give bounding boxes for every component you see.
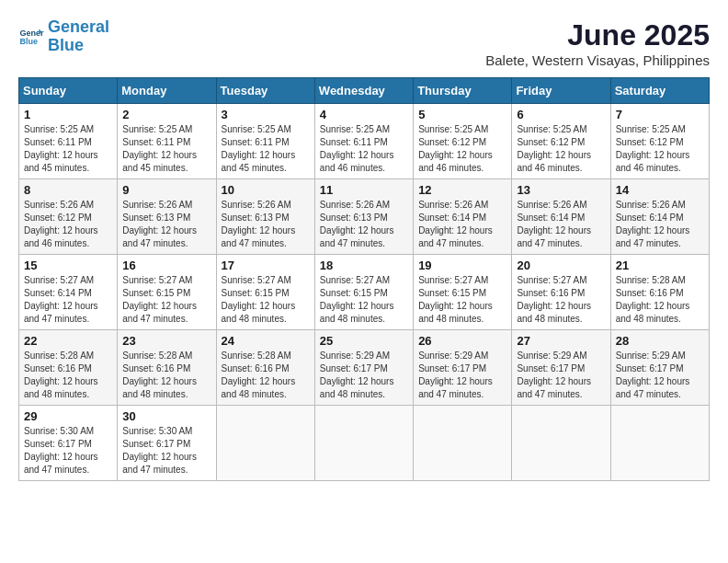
day-info: Sunrise: 5:25 AM Sunset: 6:11 PM Dayligh… xyxy=(122,123,210,175)
day-info: Sunrise: 5:26 AM Sunset: 6:12 PM Dayligh… xyxy=(24,199,112,250)
calendar-cell xyxy=(314,406,413,481)
calendar-cell: 7Sunrise: 5:25 AM Sunset: 6:12 PM Daylig… xyxy=(610,104,709,179)
calendar-cell: 11Sunrise: 5:26 AM Sunset: 6:13 PM Dayli… xyxy=(314,179,413,255)
calendar-cell: 4Sunrise: 5:25 AM Sunset: 6:11 PM Daylig… xyxy=(314,104,413,179)
calendar-cell: 2Sunrise: 5:25 AM Sunset: 6:11 PM Daylig… xyxy=(118,104,216,179)
calendar-week-row: 15Sunrise: 5:27 AM Sunset: 6:14 PM Dayli… xyxy=(19,255,710,330)
day-info: Sunrise: 5:28 AM Sunset: 6:16 PM Dayligh… xyxy=(122,350,210,401)
day-number: 12 xyxy=(418,183,506,197)
day-info: Sunrise: 5:29 AM Sunset: 6:17 PM Dayligh… xyxy=(320,350,408,401)
calendar-cell xyxy=(216,406,314,481)
day-info: Sunrise: 5:25 AM Sunset: 6:12 PM Dayligh… xyxy=(616,123,704,175)
day-info: Sunrise: 5:26 AM Sunset: 6:14 PM Dayligh… xyxy=(418,199,506,250)
day-info: Sunrise: 5:29 AM Sunset: 6:17 PM Dayligh… xyxy=(418,350,506,401)
calendar-header-saturday: Saturday xyxy=(610,78,709,104)
calendar-cell: 25Sunrise: 5:29 AM Sunset: 6:17 PM Dayli… xyxy=(314,330,413,406)
day-info: Sunrise: 5:25 AM Sunset: 6:11 PM Dayligh… xyxy=(320,123,408,175)
calendar-cell: 13Sunrise: 5:26 AM Sunset: 6:14 PM Dayli… xyxy=(512,179,610,255)
day-number: 7 xyxy=(616,108,704,121)
day-info: Sunrise: 5:27 AM Sunset: 6:15 PM Dayligh… xyxy=(222,274,310,326)
day-info: Sunrise: 5:28 AM Sunset: 6:16 PM Dayligh… xyxy=(616,274,704,326)
logo-text: GeneralBlue xyxy=(48,18,109,55)
calendar-table: SundayMondayTuesdayWednesdayThursdayFrid… xyxy=(18,77,710,481)
day-info: Sunrise: 5:25 AM Sunset: 6:12 PM Dayligh… xyxy=(517,123,605,175)
calendar-cell: 10Sunrise: 5:26 AM Sunset: 6:13 PM Dayli… xyxy=(216,179,314,255)
day-number: 29 xyxy=(24,409,112,423)
logo: General Blue GeneralBlue xyxy=(18,18,109,55)
day-number: 19 xyxy=(418,259,506,272)
day-number: 4 xyxy=(320,108,408,121)
calendar-cell: 26Sunrise: 5:29 AM Sunset: 6:17 PM Dayli… xyxy=(414,330,512,406)
day-info: Sunrise: 5:30 AM Sunset: 6:17 PM Dayligh… xyxy=(122,425,210,477)
day-number: 1 xyxy=(24,108,112,121)
calendar-header-tuesday: Tuesday xyxy=(216,78,314,104)
calendar-week-row: 22Sunrise: 5:28 AM Sunset: 6:16 PM Dayli… xyxy=(19,330,710,406)
day-info: Sunrise: 5:27 AM Sunset: 6:14 PM Dayligh… xyxy=(24,274,112,326)
calendar-cell: 23Sunrise: 5:28 AM Sunset: 6:16 PM Dayli… xyxy=(118,330,216,406)
calendar-cell: 19Sunrise: 5:27 AM Sunset: 6:15 PM Dayli… xyxy=(414,255,512,330)
calendar-cell: 15Sunrise: 5:27 AM Sunset: 6:14 PM Dayli… xyxy=(19,255,118,330)
day-number: 27 xyxy=(517,334,605,348)
day-info: Sunrise: 5:28 AM Sunset: 6:16 PM Dayligh… xyxy=(24,350,112,401)
calendar-cell xyxy=(610,406,709,481)
calendar-cell: 20Sunrise: 5:27 AM Sunset: 6:16 PM Dayli… xyxy=(512,255,610,330)
day-number: 22 xyxy=(24,334,112,348)
day-number: 20 xyxy=(517,259,605,272)
day-number: 8 xyxy=(24,183,112,197)
day-number: 13 xyxy=(517,183,605,197)
calendar-header-friday: Friday xyxy=(512,78,610,104)
calendar-cell: 29Sunrise: 5:30 AM Sunset: 6:17 PM Dayli… xyxy=(19,406,118,481)
logo-icon: General Blue xyxy=(18,24,44,50)
title-block: June 2025 Balete, Western Visayas, Phili… xyxy=(485,18,710,68)
day-number: 11 xyxy=(320,183,408,197)
day-number: 26 xyxy=(418,334,506,348)
calendar-week-row: 29Sunrise: 5:30 AM Sunset: 6:17 PM Dayli… xyxy=(19,406,710,481)
calendar-cell: 30Sunrise: 5:30 AM Sunset: 6:17 PM Dayli… xyxy=(118,406,216,481)
day-number: 23 xyxy=(122,334,210,348)
day-number: 17 xyxy=(222,259,310,272)
day-number: 3 xyxy=(222,108,310,121)
calendar-cell: 21Sunrise: 5:28 AM Sunset: 6:16 PM Dayli… xyxy=(610,255,709,330)
day-number: 9 xyxy=(122,183,210,197)
page-subtitle: Balete, Western Visayas, Philippines xyxy=(485,52,710,68)
day-number: 24 xyxy=(222,334,310,348)
calendar-header-wednesday: Wednesday xyxy=(314,78,413,104)
day-info: Sunrise: 5:26 AM Sunset: 6:13 PM Dayligh… xyxy=(222,199,310,250)
calendar-week-row: 8Sunrise: 5:26 AM Sunset: 6:12 PM Daylig… xyxy=(19,179,710,255)
calendar-header-thursday: Thursday xyxy=(414,78,512,104)
day-number: 6 xyxy=(517,108,605,121)
day-info: Sunrise: 5:30 AM Sunset: 6:17 PM Dayligh… xyxy=(24,425,112,477)
day-number: 14 xyxy=(616,183,704,197)
calendar-header-sunday: Sunday xyxy=(19,78,118,104)
day-number: 2 xyxy=(122,108,210,121)
day-info: Sunrise: 5:25 AM Sunset: 6:11 PM Dayligh… xyxy=(24,123,112,175)
day-number: 21 xyxy=(616,259,704,272)
header: General Blue GeneralBlue June 2025 Balet… xyxy=(18,18,710,68)
page-title: June 2025 xyxy=(485,18,710,52)
day-info: Sunrise: 5:29 AM Sunset: 6:17 PM Dayligh… xyxy=(517,350,605,401)
day-number: 10 xyxy=(222,183,310,197)
calendar-cell: 3Sunrise: 5:25 AM Sunset: 6:11 PM Daylig… xyxy=(216,104,314,179)
calendar-cell: 5Sunrise: 5:25 AM Sunset: 6:12 PM Daylig… xyxy=(414,104,512,179)
day-info: Sunrise: 5:27 AM Sunset: 6:16 PM Dayligh… xyxy=(517,274,605,326)
calendar-cell: 18Sunrise: 5:27 AM Sunset: 6:15 PM Dayli… xyxy=(314,255,413,330)
calendar-cell xyxy=(512,406,610,481)
day-info: Sunrise: 5:29 AM Sunset: 6:17 PM Dayligh… xyxy=(616,350,704,401)
day-info: Sunrise: 5:27 AM Sunset: 6:15 PM Dayligh… xyxy=(418,274,506,326)
calendar-cell: 14Sunrise: 5:26 AM Sunset: 6:14 PM Dayli… xyxy=(610,179,709,255)
calendar-cell: 22Sunrise: 5:28 AM Sunset: 6:16 PM Dayli… xyxy=(19,330,118,406)
day-number: 18 xyxy=(320,259,408,272)
day-info: Sunrise: 5:28 AM Sunset: 6:16 PM Dayligh… xyxy=(222,350,310,401)
day-info: Sunrise: 5:26 AM Sunset: 6:13 PM Dayligh… xyxy=(320,199,408,250)
calendar-cell: 6Sunrise: 5:25 AM Sunset: 6:12 PM Daylig… xyxy=(512,104,610,179)
day-info: Sunrise: 5:25 AM Sunset: 6:12 PM Dayligh… xyxy=(418,123,506,175)
calendar-cell: 28Sunrise: 5:29 AM Sunset: 6:17 PM Dayli… xyxy=(610,330,709,406)
calendar-header-monday: Monday xyxy=(118,78,216,104)
day-number: 5 xyxy=(418,108,506,121)
svg-text:Blue: Blue xyxy=(19,37,38,46)
day-number: 28 xyxy=(616,334,704,348)
day-number: 30 xyxy=(122,409,210,423)
calendar-cell: 27Sunrise: 5:29 AM Sunset: 6:17 PM Dayli… xyxy=(512,330,610,406)
calendar-cell: 17Sunrise: 5:27 AM Sunset: 6:15 PM Dayli… xyxy=(216,255,314,330)
day-info: Sunrise: 5:26 AM Sunset: 6:14 PM Dayligh… xyxy=(616,199,704,250)
